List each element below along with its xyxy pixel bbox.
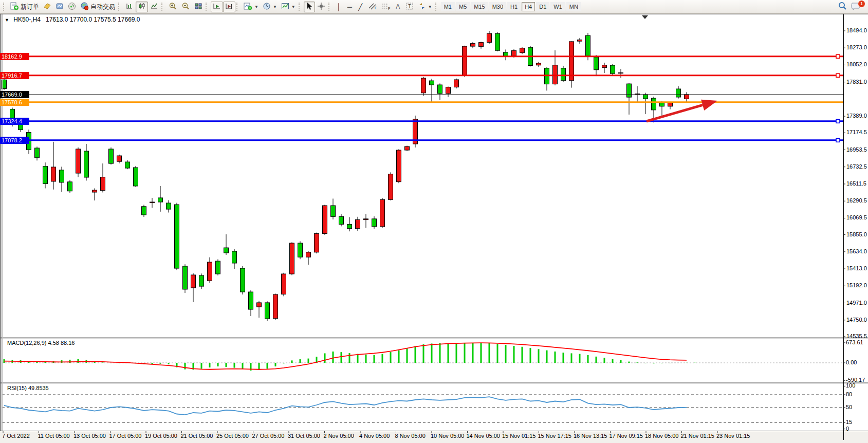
equidistant-channel-icon: E — [368, 2, 377, 12]
equidistant-channel-button[interactable]: E — [366, 2, 379, 12]
indicators-icon — [281, 2, 289, 12]
timeframe-w1[interactable]: W1 — [550, 2, 565, 11]
auto-trading-button[interactable]: 自动交易 — [78, 2, 117, 12]
zoom-out-button[interactable] — [179, 2, 192, 12]
trendline-button[interactable]: ╱ — [355, 2, 366, 12]
cursor-button[interactable] — [304, 2, 315, 12]
new-order-label: 新订单 — [21, 3, 39, 11]
timeframe-h4[interactable]: H4 — [522, 2, 535, 11]
bar-chart-icon — [125, 2, 134, 12]
timeframe-m1[interactable]: M1 — [441, 2, 455, 11]
price-line-tag: 18162.9 — [0, 53, 29, 60]
time-axis-label: 15 Nov 17:15 — [538, 433, 571, 439]
timeframe-m15[interactable]: M15 — [471, 2, 488, 11]
dropdown-arrow-icon: ▼ — [291, 5, 296, 9]
bar-chart-button[interactable] — [123, 2, 136, 12]
toolbar-grip — [3, 3, 6, 11]
zoom-in-button[interactable] — [167, 2, 179, 12]
gold-tool-button[interactable] — [41, 2, 53, 12]
tile-windows-button[interactable] — [192, 2, 205, 12]
vertical-line-icon: │ — [337, 4, 341, 10]
toolbar-grip — [236, 3, 239, 11]
rsi-axis-label: 0 — [846, 426, 849, 432]
tile-windows-icon — [194, 2, 202, 12]
fibonacci-button[interactable]: F — [379, 2, 393, 12]
rsi-axis-label: 100 — [846, 382, 855, 389]
time-axis-label: 23 Nov 01:15 — [716, 433, 750, 439]
macd-axis-label: 673.61 — [846, 339, 863, 345]
chart-shift-button[interactable] — [223, 2, 235, 12]
price-tick-label: 14750.0 — [846, 317, 867, 323]
new-chart-button[interactable]: ▼ — [242, 2, 261, 12]
auto-trading-icon — [80, 2, 89, 12]
signal-icon — [68, 2, 76, 12]
macd-values: 4.58 88.16 — [48, 340, 75, 346]
vertical-line-button[interactable]: │ — [334, 2, 344, 12]
trendline-icon: ╱ — [358, 4, 362, 10]
dropdown-arrow-icon: ▼ — [254, 5, 258, 9]
price-line-tag: 17669.0 — [0, 91, 29, 98]
text-button[interactable]: A — [393, 2, 403, 12]
time-axis-label: 15 Nov 01:15 — [502, 433, 535, 439]
timeframe-m30[interactable]: M30 — [489, 2, 506, 11]
dropdown-arrow-icon: ▼ — [428, 5, 432, 9]
notifications-button[interactable]: 1 — [849, 2, 863, 12]
rsi-label: RSI(15) 49.8535 — [7, 385, 49, 391]
timeframe-h1[interactable]: H1 — [507, 2, 521, 11]
time-axis-label: 13 Oct 05:00 — [73, 433, 106, 439]
price-tick-label: 16732.5 — [846, 163, 867, 170]
zoom-out-icon — [181, 2, 190, 12]
arrows-button[interactable]: ▼ — [416, 2, 434, 12]
price-tick-label: 15855.0 — [846, 231, 867, 237]
text-icon: A — [396, 4, 400, 10]
symbol-timeframe: HK50-,H4 — [13, 16, 41, 23]
time-axis-label: 25 Oct 05:00 — [216, 433, 249, 439]
new-order-button[interactable]: 新订单 — [8, 2, 41, 12]
price-tick-label: 16290.5 — [846, 197, 867, 204]
price-tick-label: 18052.0 — [846, 61, 867, 67]
zoom-in-icon — [169, 2, 177, 12]
signal-button[interactable] — [66, 2, 78, 12]
indicators-button[interactable]: ▼ — [279, 2, 298, 12]
horizontal-line-icon: ─ — [347, 4, 352, 10]
mt4-window: 新订单 自动交易 — [0, 0, 868, 443]
text-label-button[interactable]: T — [403, 2, 416, 12]
periods-button[interactable]: ▼ — [261, 2, 279, 12]
notification-badge: 1 — [858, 0, 865, 8]
text-label-icon: T — [405, 2, 414, 12]
crosshair-button[interactable] — [315, 2, 327, 12]
metaeditor-icon — [56, 2, 64, 12]
new-chart-icon — [244, 2, 252, 12]
search-button[interactable] — [836, 2, 849, 12]
ohlc-readout: 17613.0 17700.0 17575.5 17669.0 — [46, 16, 140, 23]
price-tick-label: 17174.5 — [846, 129, 867, 135]
timeframe-mn[interactable]: MN — [566, 2, 581, 11]
timeframe-d1[interactable]: D1 — [536, 2, 549, 11]
line-chart-button[interactable] — [148, 2, 160, 12]
price-line-tag: 17916.7 — [0, 72, 29, 79]
time-axis-label: 10 Nov 05:00 — [431, 433, 464, 439]
toolbar-grip — [299, 3, 302, 11]
rsi-axis-label: 15 — [846, 419, 852, 425]
price-tick-label: 15634.0 — [846, 248, 867, 254]
price-tick-label: 17831.0 — [846, 79, 867, 85]
macd-axis-label: 0.00 — [846, 359, 857, 365]
time-axis-label: 31 Oct 05:00 — [288, 433, 320, 439]
price-tick-label: 15413.0 — [846, 265, 867, 271]
toolbar-grip — [328, 3, 331, 11]
time-axis-label: 16 Nov 13:15 — [574, 433, 607, 439]
time-axis-label: 14 Nov 05:00 — [467, 433, 500, 439]
timeframe-m5[interactable]: M5 — [456, 2, 470, 11]
arrows-icon — [418, 2, 426, 12]
rsi-axis-label: 80 — [846, 391, 852, 397]
time-axis-label: 11 Oct 05:00 — [38, 433, 70, 439]
metaeditor-button[interactable] — [53, 2, 66, 12]
horizontal-line-button[interactable]: ─ — [344, 2, 355, 12]
auto-trading-label: 自动交易 — [90, 3, 115, 11]
auto-scroll-button[interactable] — [211, 2, 223, 12]
chart-canvas[interactable] — [0, 0, 868, 443]
candlestick-chart-button[interactable] — [136, 2, 148, 12]
time-axis-label: 17 Nov 09:15 — [610, 433, 643, 439]
rsi-value: 49.8535 — [28, 385, 49, 391]
toolbar-grip — [206, 3, 209, 11]
